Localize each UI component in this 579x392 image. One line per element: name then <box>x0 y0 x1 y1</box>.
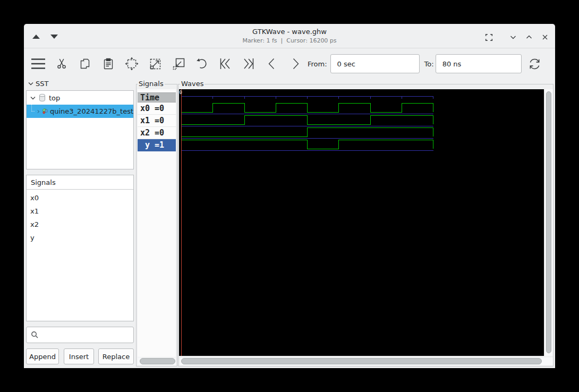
skip-to-start-icon[interactable] <box>214 52 237 75</box>
signal-names-table: Time x0 =0x1 =0x2 =0 y =1 <box>138 89 176 357</box>
copy-icon[interactable] <box>73 52 97 75</box>
replace-button[interactable]: Replace <box>98 348 134 364</box>
reload-icon[interactable] <box>523 52 547 75</box>
close-icon[interactable] <box>540 32 550 42</box>
shift-left-icon[interactable] <box>260 52 284 75</box>
undo-icon[interactable] <box>190 52 214 75</box>
zoom-fit-icon[interactable] <box>120 52 143 75</box>
from-input[interactable]: 0 sec <box>330 54 420 73</box>
minimize-icon[interactable] <box>508 32 518 42</box>
signal-search-input[interactable] <box>26 327 134 343</box>
insert-button[interactable]: Insert <box>64 348 94 364</box>
signal-search-panel: Signals x0x1x2y <box>26 175 134 321</box>
sst-header[interactable]: SST <box>28 79 48 88</box>
wave-canvas[interactable]: 0 <box>179 89 544 356</box>
sst-tree: top quine3_20241227b_test <box>26 90 134 169</box>
maximize-icon[interactable] <box>524 32 534 42</box>
to-input[interactable]: 80 ns <box>436 54 522 73</box>
tree-item-module[interactable]: quine3_20241227b_test <box>27 105 133 118</box>
gtkwave-window: GTKWave - wave.ghw Marker: 1 fs | Cursor… <box>24 24 555 368</box>
expander-open-icon[interactable] <box>30 96 36 100</box>
waves-frame-label: Waves <box>180 80 205 88</box>
time-header[interactable]: Time <box>138 92 176 103</box>
signal-list-item[interactable]: x1 <box>27 204 133 218</box>
signals-hscrollbar[interactable] <box>138 357 176 365</box>
append-button[interactable]: Append <box>26 348 59 364</box>
zoom-out-icon[interactable] <box>143 52 167 75</box>
module-icon <box>42 107 48 116</box>
paste-icon[interactable] <box>97 52 120 75</box>
waves-vscrollbar[interactable] <box>545 89 553 356</box>
signals-frame-label: Signals <box>138 80 165 88</box>
expander-closed-icon[interactable] <box>37 109 39 114</box>
signal-row[interactable]: x0 =0 <box>138 103 176 115</box>
database-icon <box>38 93 46 102</box>
signals-list-header: Signals <box>27 175 133 190</box>
window-title: GTKWave - wave.ghw <box>24 28 555 36</box>
toolbar: From: 0 sec To: 80 ns <box>24 49 555 79</box>
signal-list-item[interactable]: x2 <box>27 218 133 231</box>
waves-hscrollbar[interactable] <box>180 357 553 365</box>
shift-right-icon[interactable] <box>284 52 307 75</box>
titlebar: GTKWave - wave.ghw Marker: 1 fs | Cursor… <box>24 24 555 48</box>
tree-branch-line <box>31 105 35 112</box>
skip-to-end-icon[interactable] <box>237 52 260 75</box>
chevron-down-icon <box>28 82 33 86</box>
window-subtitle: Marker: 1 fs | Cursor: 16200 ps <box>24 37 555 44</box>
to-label: To: <box>424 60 434 68</box>
tree-item-top[interactable]: top <box>27 91 133 105</box>
svg-text:0: 0 <box>180 90 182 95</box>
signal-row[interactable]: x2 =0 <box>138 127 176 139</box>
cut-icon[interactable] <box>50 52 73 75</box>
signal-list-item[interactable]: x0 <box>27 191 133 204</box>
search-icon <box>31 331 39 339</box>
signal-row[interactable]: x1 =0 <box>138 115 176 127</box>
zoom-in-icon[interactable] <box>167 52 190 75</box>
signal-list-item[interactable]: y <box>27 231 133 244</box>
signal-row[interactable]: y =1 <box>138 139 176 151</box>
from-label: From: <box>308 60 327 68</box>
fullscreen-icon[interactable] <box>484 32 493 42</box>
menu-icon[interactable] <box>27 52 50 75</box>
